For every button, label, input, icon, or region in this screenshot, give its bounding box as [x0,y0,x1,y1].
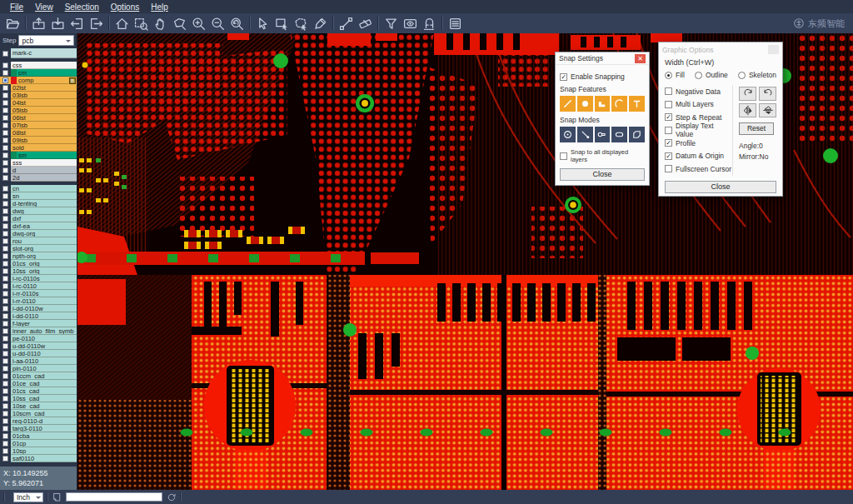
layer-row[interactable]: dxf-ea [0,222,77,230]
layer-row[interactable]: i-rc-0110s [0,275,77,282]
layer-row[interactable]: sm [0,152,77,159]
layer-visibility-checkbox[interactable] [2,366,8,372]
layer-row[interactable]: 01cs_orig [0,260,77,267]
layer-visibility-checkbox[interactable] [2,261,8,267]
checkbox[interactable] [665,101,672,108]
snap-contour-button[interactable] [629,127,645,142]
zoom-region-button[interactable] [132,15,151,32]
brush-button[interactable] [311,15,330,32]
corner-page-icon[interactable] [52,492,62,502]
layer-name[interactable]: i-rr-0110s [11,290,77,297]
pan-hand-button[interactable] [151,15,170,32]
option-profile[interactable]: ✓Profile [665,137,732,150]
layer-name[interactable]: 01ce_cad [11,380,77,387]
page-left-button[interactable] [67,15,87,32]
radio-skeleton[interactable] [738,72,746,79]
layer-name[interactable]: 01cp [11,440,77,447]
layer-row[interactable]: npth-org [0,252,77,260]
layer-row[interactable]: u-dd-0110w [0,342,77,350]
layer-row[interactable]: sn [0,192,77,200]
layer-visibility-checkbox[interactable] [2,328,8,334]
layer-row[interactable]: 10se_cad [0,402,77,410]
layer-row[interactable]: targ3-0110 [0,425,77,432]
layer-row[interactable]: f-layer [0,320,77,327]
layer-visibility-checkbox[interactable] [2,306,8,312]
layer-name[interactable]: sold [11,144,77,152]
layer-name[interactable]: inner_auto_film_symb [11,327,77,335]
layer-row[interactable]: inner_auto_film_symb [0,327,77,335]
sync-icon[interactable] [167,492,177,502]
layer-name[interactable]: 01ccm_cad [11,372,77,380]
radio-fill[interactable] [665,72,672,79]
layer-visibility-checkbox[interactable] [2,208,8,214]
layer-visibility-checkbox[interactable] [2,276,8,282]
layer-row[interactable]: mark-c [0,48,77,58]
layer-name[interactable]: reg-0110-d [11,417,77,425]
layer-name[interactable]: pin-0110 [11,365,77,372]
layer-name[interactable]: 10ss_cad [11,395,77,402]
layer-name[interactable]: npth-org [11,252,77,260]
layer-name[interactable]: css [11,62,77,69]
layer-name[interactable]: 03lsb [11,92,77,99]
flip-vertical-button[interactable] [759,103,776,117]
layer-visibility-checkbox[interactable] [2,291,8,297]
layer-name[interactable]: i-aa-0110 [11,357,77,365]
layer-name[interactable]: dxf [11,215,77,222]
layer-visibility-checkbox[interactable] [2,223,8,229]
layer-row[interactable]: i-dd-0110w [0,305,77,312]
unit-dropdown[interactable]: Inch [13,492,43,502]
select-arrow-button[interactable] [253,15,272,32]
layer-visibility-checkbox[interactable] [2,358,8,364]
checkbox[interactable]: ✓ [665,139,672,147]
layer-visibility-checkbox[interactable] [2,373,8,379]
layer-name[interactable]: sn [11,192,77,200]
layer-name[interactable]: sm [17,152,77,159]
view-box-button[interactable] [401,15,420,32]
layer-row[interactable]: 07lsb [0,122,77,129]
layer-name[interactable]: rou [11,237,77,245]
layer-visibility-checkbox[interactable] [2,343,8,349]
layer-visibility-checkbox[interactable] [2,201,8,207]
menu-help[interactable]: Help [145,2,174,12]
layer-name[interactable]: i-rr-0110 [11,297,77,305]
layer-row[interactable]: 01ccm_cad [0,372,77,380]
layer-visibility-checkbox[interactable] [2,433,8,439]
layer-row[interactable]: css [0,62,77,69]
layer-visibility-checkbox[interactable] [2,152,8,158]
menu-options[interactable]: Options [105,2,145,12]
layer-row[interactable]: 2d [0,174,77,182]
layer-name[interactable]: 2d [11,174,77,182]
graphic-close-button[interactable]: Close [665,181,776,193]
layer-visibility-checkbox[interactable] [2,70,8,76]
option-multi-layers[interactable]: Multi Layers [665,98,732,112]
layer-row[interactable]: i-aa-0110 [0,357,77,365]
layer-row[interactable]: cn [0,185,77,192]
layer-row[interactable]: 06lst [0,114,77,122]
home-button[interactable] [112,15,132,32]
snap-surface-button[interactable] [595,96,611,112]
layer-name[interactable]: 04lst [11,99,77,107]
layer-row[interactable]: pin-0110 [0,365,77,372]
rotate-ccw-button[interactable] [759,87,776,101]
layer-visibility-checkbox[interactable] [2,186,8,192]
layer-row[interactable]: rou [0,237,77,245]
layer-visibility-checkbox[interactable] [2,448,8,454]
layer-visibility-checkbox[interactable] [2,62,8,68]
rotate-cw-button[interactable] [739,87,756,101]
panel-list-button[interactable] [446,15,465,32]
menu-file[interactable]: File [4,2,29,12]
layer-visibility-checkbox[interactable] [2,411,8,417]
zoom-out-button[interactable] [208,15,227,32]
open-folder-button[interactable] [3,15,22,32]
layer-visibility-checkbox[interactable] [2,388,8,394]
layer-visibility-checkbox[interactable] [2,298,8,304]
layer-name[interactable]: 01cs_cad [11,387,77,395]
layer-row[interactable]: sss [0,159,77,167]
layer-name[interactable]: comp [17,77,68,84]
layer-row[interactable]: reg-0110-d [0,417,77,425]
snap-line-button[interactable] [560,96,576,112]
layer-name[interactable]: pe-0110 [11,335,77,342]
layer-row[interactable]: d-tenting [0,200,77,207]
layer-visibility-checkbox[interactable] [2,77,8,83]
layer-name[interactable]: 05lsb [11,107,77,114]
